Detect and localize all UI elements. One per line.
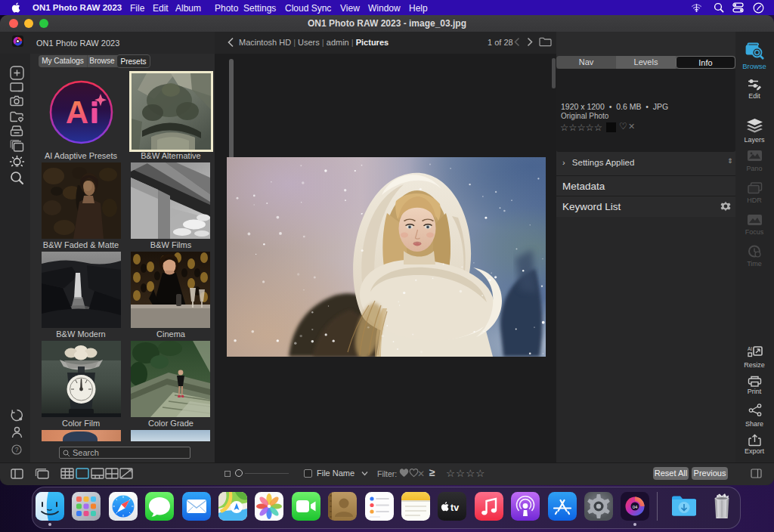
svg-text:AI: AI	[748, 346, 752, 351]
svg-text:04: 04	[633, 505, 638, 509]
svg-text:tv: tv	[450, 503, 459, 513]
svg-text:A: A	[66, 94, 88, 130]
svg-text:?: ?	[15, 446, 19, 453]
